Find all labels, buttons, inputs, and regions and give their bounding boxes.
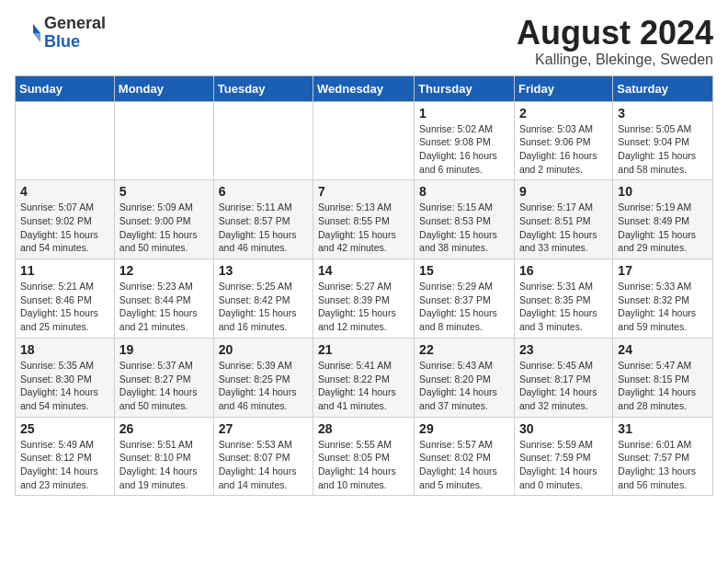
page-header: General Blue August 2024 Kallinge, Bleki… bbox=[15, 15, 713, 68]
calendar-cell bbox=[313, 101, 415, 180]
day-number: 3 bbox=[618, 106, 708, 121]
svg-marker-0 bbox=[33, 24, 40, 33]
day-number: 20 bbox=[219, 342, 308, 357]
calendar-cell: 21Sunrise: 5:41 AM Sunset: 8:22 PM Dayli… bbox=[313, 338, 415, 417]
calendar-cell: 17Sunrise: 5:33 AM Sunset: 8:32 PM Dayli… bbox=[613, 259, 713, 339]
day-number: 10 bbox=[618, 184, 708, 199]
logo-blue: Blue bbox=[44, 33, 106, 52]
day-detail: Sunrise: 5:39 AM Sunset: 8:25 PM Dayligh… bbox=[219, 359, 308, 413]
day-number: 16 bbox=[519, 263, 608, 278]
calendar-header: SundayMondayTuesdayWednesdayThursdayFrid… bbox=[16, 75, 713, 101]
calendar-cell: 28Sunrise: 5:55 AM Sunset: 8:05 PM Dayli… bbox=[313, 417, 415, 496]
day-detail: Sunrise: 5:31 AM Sunset: 8:35 PM Dayligh… bbox=[519, 280, 608, 334]
day-detail: Sunrise: 5:53 AM Sunset: 8:07 PM Dayligh… bbox=[219, 438, 308, 492]
day-detail: Sunrise: 5:33 AM Sunset: 8:32 PM Dayligh… bbox=[618, 280, 708, 334]
calendar-cell: 14Sunrise: 5:27 AM Sunset: 8:39 PM Dayli… bbox=[313, 259, 415, 339]
day-detail: Sunrise: 5:05 AM Sunset: 9:04 PM Dayligh… bbox=[618, 122, 708, 177]
day-number: 27 bbox=[219, 421, 308, 436]
calendar-cell: 3Sunrise: 5:05 AM Sunset: 9:04 PM Daylig… bbox=[613, 101, 713, 180]
logo-icon bbox=[15, 20, 40, 46]
day-number: 1 bbox=[419, 106, 509, 121]
day-detail: Sunrise: 5:55 AM Sunset: 8:05 PM Dayligh… bbox=[318, 438, 409, 492]
day-detail: Sunrise: 5:43 AM Sunset: 8:20 PM Dayligh… bbox=[419, 359, 509, 413]
day-number: 26 bbox=[119, 421, 209, 436]
day-number: 24 bbox=[618, 342, 708, 357]
calendar-cell: 29Sunrise: 5:57 AM Sunset: 8:02 PM Dayli… bbox=[415, 417, 515, 496]
day-number: 14 bbox=[318, 263, 409, 278]
header-row: SundayMondayTuesdayWednesdayThursdayFrid… bbox=[16, 75, 713, 101]
location-subtitle: Kallinge, Blekinge, Sweden bbox=[517, 52, 713, 68]
day-number: 19 bbox=[119, 342, 209, 357]
day-detail: Sunrise: 5:03 AM Sunset: 9:06 PM Dayligh… bbox=[519, 122, 608, 177]
day-number: 6 bbox=[219, 184, 308, 199]
day-detail: Sunrise: 5:09 AM Sunset: 9:00 PM Dayligh… bbox=[119, 201, 209, 255]
calendar-week-1: 1Sunrise: 5:02 AM Sunset: 9:08 PM Daylig… bbox=[16, 101, 713, 180]
calendar-cell: 25Sunrise: 5:49 AM Sunset: 8:12 PM Dayli… bbox=[16, 417, 115, 496]
calendar-cell: 18Sunrise: 5:35 AM Sunset: 8:30 PM Dayli… bbox=[16, 338, 115, 417]
calendar-week-2: 4Sunrise: 5:07 AM Sunset: 9:02 PM Daylig… bbox=[16, 180, 713, 259]
day-detail: Sunrise: 5:11 AM Sunset: 8:57 PM Dayligh… bbox=[219, 201, 308, 255]
day-detail: Sunrise: 6:01 AM Sunset: 7:57 PM Dayligh… bbox=[618, 438, 708, 492]
day-detail: Sunrise: 5:21 AM Sunset: 8:46 PM Dayligh… bbox=[20, 280, 109, 334]
day-number: 25 bbox=[20, 421, 109, 436]
day-detail: Sunrise: 5:13 AM Sunset: 8:55 PM Dayligh… bbox=[318, 201, 409, 255]
calendar-cell: 7Sunrise: 5:13 AM Sunset: 8:55 PM Daylig… bbox=[313, 180, 415, 259]
day-number: 2 bbox=[519, 106, 608, 121]
header-cell-tuesday: Tuesday bbox=[213, 75, 313, 101]
title-block: August 2024 Kallinge, Blekinge, Sweden bbox=[517, 15, 713, 68]
header-cell-sunday: Sunday bbox=[16, 75, 115, 101]
header-cell-saturday: Saturday bbox=[613, 75, 713, 101]
day-detail: Sunrise: 5:17 AM Sunset: 8:51 PM Dayligh… bbox=[519, 201, 608, 255]
day-detail: Sunrise: 5:47 AM Sunset: 8:15 PM Dayligh… bbox=[618, 359, 708, 413]
calendar-cell: 24Sunrise: 5:47 AM Sunset: 8:15 PM Dayli… bbox=[613, 338, 713, 417]
calendar-cell bbox=[114, 101, 213, 180]
day-number: 17 bbox=[618, 263, 708, 278]
calendar-week-4: 18Sunrise: 5:35 AM Sunset: 8:30 PM Dayli… bbox=[16, 338, 713, 417]
day-number: 21 bbox=[318, 342, 409, 357]
day-detail: Sunrise: 5:51 AM Sunset: 8:10 PM Dayligh… bbox=[119, 438, 209, 492]
calendar-cell: 13Sunrise: 5:25 AM Sunset: 8:42 PM Dayli… bbox=[213, 259, 313, 339]
day-detail: Sunrise: 5:25 AM Sunset: 8:42 PM Dayligh… bbox=[219, 280, 308, 334]
calendar-cell: 15Sunrise: 5:29 AM Sunset: 8:37 PM Dayli… bbox=[415, 259, 515, 339]
day-number: 13 bbox=[219, 263, 308, 278]
calendar-cell bbox=[16, 101, 115, 180]
day-number: 4 bbox=[20, 184, 109, 199]
calendar-week-3: 11Sunrise: 5:21 AM Sunset: 8:46 PM Dayli… bbox=[16, 259, 713, 339]
month-year-title: August 2024 bbox=[517, 15, 713, 52]
day-number: 22 bbox=[419, 342, 509, 357]
day-number: 8 bbox=[419, 184, 509, 199]
day-detail: Sunrise: 5:57 AM Sunset: 8:02 PM Dayligh… bbox=[419, 438, 509, 492]
header-cell-monday: Monday bbox=[114, 75, 213, 101]
day-detail: Sunrise: 5:45 AM Sunset: 8:17 PM Dayligh… bbox=[519, 359, 608, 413]
day-detail: Sunrise: 5:49 AM Sunset: 8:12 PM Dayligh… bbox=[20, 438, 109, 492]
calendar-cell: 1Sunrise: 5:02 AM Sunset: 9:08 PM Daylig… bbox=[415, 101, 515, 180]
calendar-cell: 31Sunrise: 6:01 AM Sunset: 7:57 PM Dayli… bbox=[613, 417, 713, 496]
calendar-cell: 23Sunrise: 5:45 AM Sunset: 8:17 PM Dayli… bbox=[514, 338, 612, 417]
calendar-cell: 16Sunrise: 5:31 AM Sunset: 8:35 PM Dayli… bbox=[514, 259, 612, 339]
calendar-cell: 26Sunrise: 5:51 AM Sunset: 8:10 PM Dayli… bbox=[114, 417, 213, 496]
calendar-week-5: 25Sunrise: 5:49 AM Sunset: 8:12 PM Dayli… bbox=[16, 417, 713, 496]
day-number: 28 bbox=[318, 421, 409, 436]
day-number: 11 bbox=[20, 263, 109, 278]
day-number: 18 bbox=[20, 342, 109, 357]
calendar-body: 1Sunrise: 5:02 AM Sunset: 9:08 PM Daylig… bbox=[16, 101, 713, 496]
calendar-cell: 2Sunrise: 5:03 AM Sunset: 9:06 PM Daylig… bbox=[514, 101, 612, 180]
calendar-cell: 6Sunrise: 5:11 AM Sunset: 8:57 PM Daylig… bbox=[213, 180, 313, 259]
logo-text: General Blue bbox=[44, 15, 106, 52]
calendar-cell: 27Sunrise: 5:53 AM Sunset: 8:07 PM Dayli… bbox=[213, 417, 313, 496]
calendar-cell: 22Sunrise: 5:43 AM Sunset: 8:20 PM Dayli… bbox=[415, 338, 515, 417]
calendar-cell: 20Sunrise: 5:39 AM Sunset: 8:25 PM Dayli… bbox=[213, 338, 313, 417]
day-detail: Sunrise: 5:27 AM Sunset: 8:39 PM Dayligh… bbox=[318, 280, 409, 334]
day-number: 29 bbox=[419, 421, 509, 436]
header-cell-thursday: Thursday bbox=[415, 75, 515, 101]
day-number: 23 bbox=[519, 342, 608, 357]
calendar-cell: 11Sunrise: 5:21 AM Sunset: 8:46 PM Dayli… bbox=[16, 259, 115, 339]
day-number: 15 bbox=[419, 263, 509, 278]
svg-marker-1 bbox=[33, 33, 40, 42]
calendar-cell: 19Sunrise: 5:37 AM Sunset: 8:27 PM Dayli… bbox=[114, 338, 213, 417]
calendar-cell: 30Sunrise: 5:59 AM Sunset: 7:59 PM Dayli… bbox=[514, 417, 612, 496]
logo: General Blue bbox=[15, 15, 106, 52]
day-detail: Sunrise: 5:23 AM Sunset: 8:44 PM Dayligh… bbox=[119, 280, 209, 334]
logo-general: General bbox=[44, 15, 106, 33]
calendar-cell: 12Sunrise: 5:23 AM Sunset: 8:44 PM Dayli… bbox=[114, 259, 213, 339]
